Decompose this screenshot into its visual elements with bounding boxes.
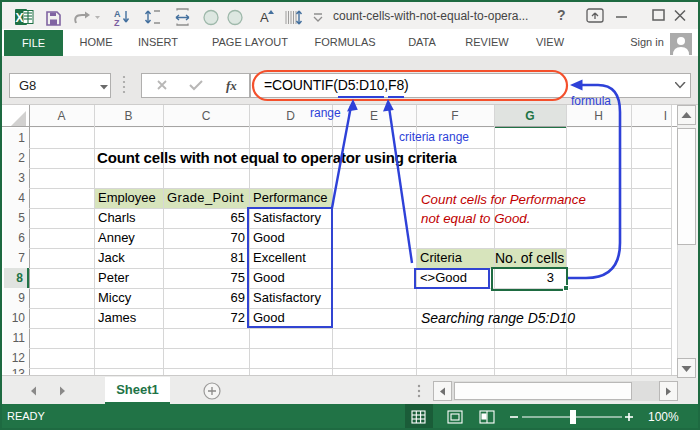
svg-text:A: A — [114, 9, 121, 19]
svg-text:X: X — [16, 11, 24, 25]
svg-text:Z: Z — [114, 18, 120, 28]
svg-text:fx: fx — [226, 78, 237, 93]
svg-text:criteria range: criteria range — [399, 130, 469, 144]
svg-text:A: A — [260, 10, 269, 25]
svg-text:100%: 100% — [648, 410, 679, 424]
